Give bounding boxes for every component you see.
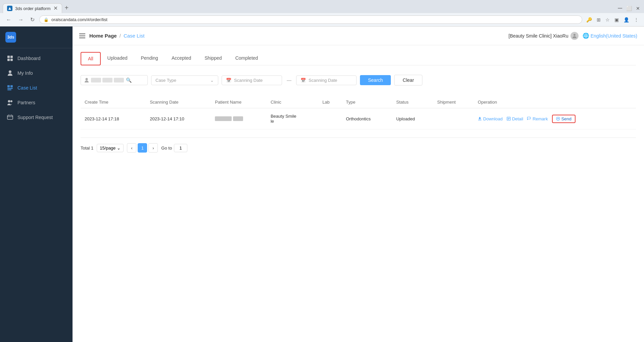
sidebar-item-case-list[interactable]: Case List bbox=[0, 80, 73, 95]
page-size-selector[interactable]: 15/page ⌄ bbox=[97, 144, 124, 152]
tab-uploaded[interactable]: Uploaded bbox=[101, 52, 134, 65]
goto-input[interactable] bbox=[174, 144, 187, 152]
name-block-3 bbox=[114, 78, 124, 82]
main-area: Home Page / Case List [Beauty Smile Clin… bbox=[73, 26, 644, 342]
hamburger-line bbox=[79, 36, 85, 36]
browser-action-buttons: 🔑 ⊞ ☆ ▣ 👤 ⋮ bbox=[585, 16, 640, 24]
page-navigation: ‹ 1 › bbox=[127, 143, 158, 153]
back-button[interactable]: ← bbox=[4, 15, 13, 24]
clinic-text-2: le bbox=[271, 119, 274, 124]
sidebar: 3ds Dashboard My Info Case List bbox=[0, 26, 73, 342]
address-text: oralscandata.com/#/order/list bbox=[51, 17, 578, 22]
scan-date-end-picker[interactable]: 📅 Scanning Date bbox=[296, 75, 357, 85]
col-type: Type bbox=[342, 96, 392, 108]
scan-date-start-picker[interactable]: 📅 Scanning Date bbox=[222, 75, 282, 85]
sidebar-item-dashboard[interactable]: Dashboard bbox=[0, 51, 73, 66]
address-lock-icon: 🔒 bbox=[44, 17, 49, 22]
col-patient-name: Patient Name bbox=[211, 96, 267, 108]
cell-operation: Download Detail Remark bbox=[474, 108, 636, 129]
search-button[interactable]: Search bbox=[360, 75, 391, 85]
page-1-button[interactable]: 1 bbox=[138, 143, 147, 153]
profile-icon[interactable]: 👤 bbox=[622, 16, 631, 24]
cases-icon bbox=[7, 84, 13, 91]
svg-rect-3 bbox=[7, 59, 10, 61]
total-label: Total bbox=[81, 146, 90, 151]
col-lab: Lab bbox=[318, 96, 342, 108]
language-label: English(United States) bbox=[591, 33, 637, 39]
svg-point-16 bbox=[573, 34, 576, 36]
sidebar-logo: 3ds bbox=[0, 26, 73, 48]
browser-tab-active[interactable]: 3ds order platform ✕ bbox=[3, 3, 62, 13]
breadcrumb-home[interactable]: Home Page bbox=[89, 33, 117, 39]
prev-page-button[interactable]: ‹ bbox=[127, 143, 136, 153]
total-count: 1 bbox=[91, 146, 93, 151]
bookmark-icon[interactable]: ☆ bbox=[604, 16, 611, 24]
logo-icon: 3ds bbox=[5, 32, 16, 43]
tab-bar: 3ds order platform ✕ + ─ ⬜ ✕ bbox=[0, 0, 644, 13]
user-name-text: [Beauty Smile Clinic] XiaoRu bbox=[509, 33, 568, 39]
patient-name-hidden bbox=[215, 116, 263, 121]
send-button[interactable]: Send bbox=[552, 115, 576, 123]
search-icon-btn[interactable]: 🔍 bbox=[126, 77, 132, 83]
goto-page: Go to bbox=[161, 144, 187, 152]
filter-bar: 🔍 Case Type ⌄ 📅 Scanning Date — 📅 Scanni… bbox=[81, 71, 636, 90]
dashboard-icon bbox=[7, 55, 13, 62]
person-icon bbox=[7, 70, 13, 76]
tab-shipped[interactable]: Shipped bbox=[198, 52, 228, 65]
svg-rect-2 bbox=[10, 56, 13, 58]
svg-rect-18 bbox=[478, 120, 481, 120]
clear-button[interactable]: Clear bbox=[394, 75, 422, 86]
new-tab-button[interactable]: + bbox=[62, 3, 72, 13]
col-scanning-date: Scanning Date bbox=[146, 96, 211, 108]
tab-completed[interactable]: Completed bbox=[229, 52, 265, 65]
support-icon bbox=[7, 114, 13, 121]
maximize-button[interactable]: ⬜ bbox=[625, 6, 633, 11]
browser-controls: ← → ↻ 🔒 oralscandata.com/#/order/list 🔑 … bbox=[0, 13, 644, 26]
cell-scanning-date: 2023-12-14 17:10 bbox=[146, 108, 211, 129]
tab-close-button[interactable]: ✕ bbox=[53, 6, 58, 11]
close-window-button[interactable]: ✕ bbox=[635, 6, 641, 11]
key-icon[interactable]: 🔑 bbox=[585, 16, 593, 24]
lang-flag-icon: 🌐 bbox=[583, 33, 589, 39]
remark-icon bbox=[527, 117, 531, 121]
tab-all[interactable]: All bbox=[81, 52, 101, 65]
name-block-2 bbox=[102, 78, 112, 82]
send-icon bbox=[556, 117, 560, 121]
minimize-button[interactable]: ─ bbox=[616, 5, 624, 12]
col-status: Status bbox=[392, 96, 433, 108]
sidebar-item-label-dashboard: Dashboard bbox=[17, 56, 41, 61]
sidebar-toggle-icon[interactable]: ▣ bbox=[613, 16, 620, 24]
sidebar-item-label-case-list: Case List bbox=[17, 85, 37, 91]
cell-patient-name bbox=[211, 108, 267, 129]
sidebar-item-support-request[interactable]: Support Request bbox=[0, 110, 73, 125]
partners-icon bbox=[7, 99, 13, 106]
table-header-row: Create Time Scanning Date Patient Name C… bbox=[81, 96, 636, 108]
translate-icon[interactable]: ⊞ bbox=[595, 16, 602, 24]
reload-button[interactable]: ↻ bbox=[28, 15, 37, 24]
pagination: Total 1 15/page ⌄ ‹ 1 › Go to bbox=[81, 137, 636, 153]
cell-lab bbox=[318, 108, 342, 129]
topbar-left: Home Page / Case List bbox=[79, 33, 144, 39]
forward-button[interactable]: → bbox=[16, 15, 26, 24]
case-type-dropdown[interactable]: Case Type ⌄ bbox=[151, 75, 218, 85]
sidebar-item-partners[interactable]: Partners bbox=[0, 95, 73, 110]
download-button[interactable]: Download bbox=[478, 116, 503, 121]
calendar-start-icon: 📅 bbox=[226, 78, 231, 83]
clinic-text: Beauty Smile bbox=[271, 114, 296, 119]
menu-icon[interactable]: ⋮ bbox=[633, 16, 640, 24]
sidebar-item-my-info[interactable]: My Info bbox=[0, 66, 73, 80]
col-clinic: Clinic bbox=[267, 96, 318, 108]
case-data-table: Create Time Scanning Date Patient Name C… bbox=[81, 96, 636, 129]
hamburger-menu[interactable] bbox=[79, 34, 85, 38]
app: 3ds Dashboard My Info Case List bbox=[0, 26, 644, 342]
tab-favicon bbox=[7, 6, 12, 11]
next-page-button[interactable]: › bbox=[148, 143, 158, 153]
language-selector[interactable]: 🌐 English(United States) bbox=[583, 33, 637, 39]
address-bar[interactable]: 🔒 oralscandata.com/#/order/list bbox=[39, 15, 582, 24]
tab-pending[interactable]: Pending bbox=[134, 52, 165, 65]
tab-accepted[interactable]: Accepted bbox=[165, 52, 198, 65]
remark-button[interactable]: Remark bbox=[527, 116, 548, 121]
detail-button[interactable]: Detail bbox=[507, 116, 523, 121]
status-tabs: All Uploaded Pending Accepted Shipped Co… bbox=[81, 52, 636, 65]
svg-rect-8 bbox=[7, 88, 13, 89]
